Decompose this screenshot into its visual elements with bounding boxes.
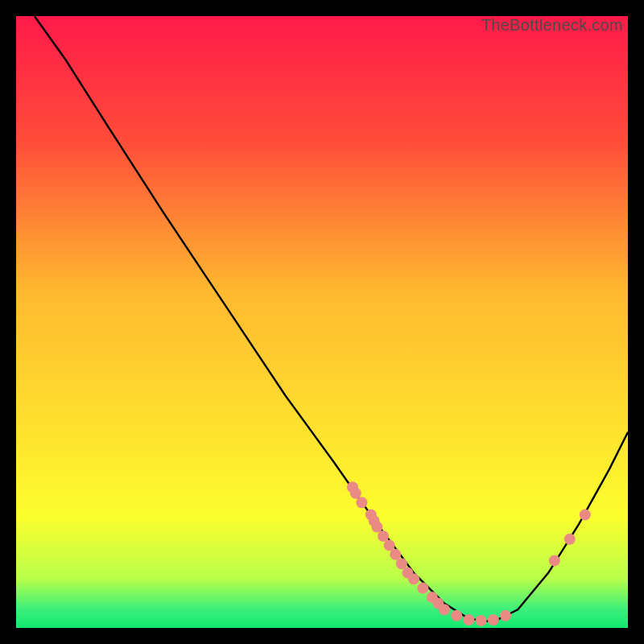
data-point — [384, 539, 395, 551]
data-point — [350, 488, 361, 499]
data-point — [500, 610, 511, 621]
chart-frame: TheBottleneck.com — [16, 16, 628, 628]
data-point — [417, 583, 428, 594]
data-point — [580, 509, 591, 520]
data-point — [378, 530, 389, 542]
data-point — [488, 614, 499, 625]
chart-svg — [16, 16, 628, 628]
data-point — [356, 497, 367, 508]
data-point — [396, 558, 407, 569]
data-point — [549, 555, 560, 566]
watermark-text: TheBottleneck.com — [481, 16, 623, 35]
gradient-background — [16, 16, 628, 628]
data-point — [451, 610, 462, 621]
data-point — [408, 573, 419, 584]
data-point — [564, 534, 576, 545]
data-point — [439, 604, 450, 615]
data-point — [390, 549, 401, 560]
data-point — [371, 522, 382, 533]
data-point — [463, 614, 474, 625]
data-point — [476, 615, 487, 626]
